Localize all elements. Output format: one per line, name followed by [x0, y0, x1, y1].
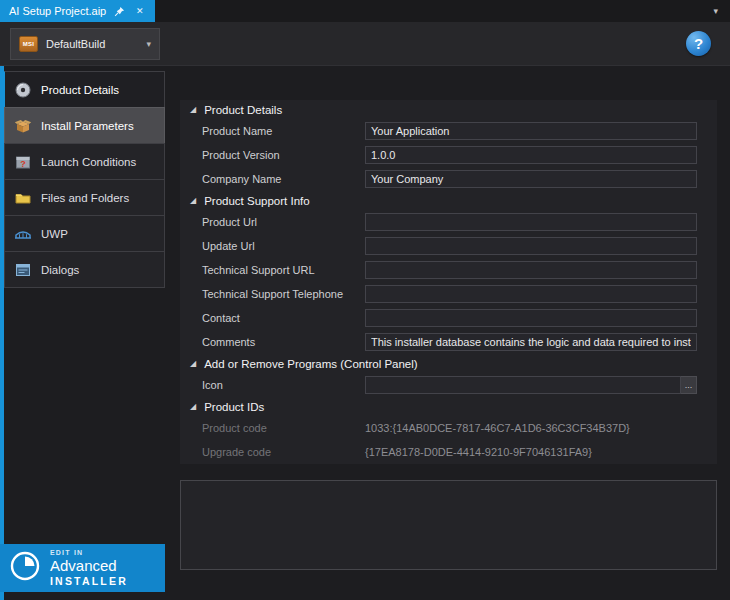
product-details-page: ◢ Product Details Product Name Product V… — [165, 66, 730, 600]
collapse-expander-icon[interactable]: ◢ — [190, 106, 196, 114]
document-tab-title: AI Setup Project.aip — [9, 5, 106, 17]
property-label: Comments — [202, 336, 365, 348]
property-label: Upgrade code — [202, 446, 365, 458]
sidebar-item-label: UWP — [41, 228, 68, 240]
pages-sidebar: Product Details Install Parameters — [0, 66, 165, 600]
sidebar-item-label: Dialogs — [41, 264, 79, 276]
property-row: Company Name — [180, 167, 717, 191]
icon-input[interactable] — [365, 376, 681, 394]
banner-brand-line2: INSTALLER — [50, 575, 128, 587]
property-description-panel — [180, 480, 717, 570]
banner-eyebrow: EDIT IN — [50, 549, 128, 557]
property-row: Icon ... — [180, 373, 717, 397]
upgrade-code-value: {17EA8178-D0DE-4414-9210-9F7046131FA9} — [365, 446, 592, 458]
comments-input[interactable] — [365, 333, 697, 351]
msi-package-icon: MSI — [19, 36, 38, 52]
chevron-down-icon: ▾ — [146, 39, 151, 49]
property-grid: ◢ Product Details Product Name Product V… — [180, 100, 717, 464]
sidebar-item-files-and-folders[interactable]: Files and Folders — [4, 179, 165, 216]
project-toolbar: MSI DefaultBuild ▾ ? — [0, 22, 730, 66]
sidebar-item-launch-conditions[interactable]: ? Launch Conditions — [4, 143, 165, 180]
help-button[interactable]: ? — [686, 31, 711, 56]
package-box-icon — [14, 117, 32, 135]
close-icon[interactable]: ✕ — [133, 5, 146, 18]
sidebar-item-label: Product Details — [41, 84, 119, 96]
company-name-input[interactable] — [365, 170, 697, 188]
property-row: Product Version — [180, 143, 717, 167]
property-label: Product Name — [202, 125, 365, 137]
edit-in-advanced-installer-banner[interactable]: EDIT IN Advanced INSTALLER — [0, 544, 165, 592]
technical-support-url-input[interactable] — [365, 261, 697, 279]
advanced-installer-logo-icon — [9, 550, 41, 586]
build-configuration-label: DefaultBuild — [46, 38, 105, 50]
property-label: Icon — [202, 379, 365, 391]
property-row: Technical Support URL — [180, 258, 717, 282]
section-title: Product IDs — [204, 401, 264, 413]
build-configuration-dropdown[interactable]: MSI DefaultBuild ▾ — [10, 28, 160, 60]
product-url-input[interactable] — [365, 213, 697, 231]
update-url-input[interactable] — [365, 237, 697, 255]
section-header-add-remove-programs: ◢ Add or Remove Programs (Control Panel) — [180, 354, 717, 373]
section-title: Product Details — [204, 104, 282, 116]
property-row: Upgrade code {17EA8178-D0DE-4414-9210-9F… — [180, 440, 717, 464]
property-row: Product Name — [180, 119, 717, 143]
property-row: Contact — [180, 306, 717, 330]
disc-icon — [14, 81, 32, 99]
sidebar-item-label: Launch Conditions — [41, 156, 136, 168]
property-label: Update Url — [202, 240, 365, 252]
tab-bar-spacer — [155, 0, 701, 22]
window-icon — [14, 261, 32, 279]
banner-brand-line1: Advanced — [50, 557, 128, 574]
section-title: Add or Remove Programs (Control Panel) — [204, 358, 417, 370]
property-label: Product Version — [202, 149, 365, 161]
document-tab-bar: AI Setup Project.aip ✕ ▾ — [0, 0, 730, 22]
product-version-input[interactable] — [365, 146, 697, 164]
window-menu-caret-icon[interactable]: ▾ — [701, 0, 730, 22]
product-name-input[interactable] — [365, 122, 697, 140]
pin-icon-svg — [114, 6, 125, 17]
product-code-value: 1033:{14AB0DCE-7817-46C7-A1D6-36C3CF34B3… — [365, 422, 630, 434]
document-tab[interactable]: AI Setup Project.aip ✕ — [0, 0, 155, 22]
sidebar-item-label: Files and Folders — [41, 192, 129, 204]
browse-icon-button[interactable]: ... — [681, 376, 697, 394]
sidebar-item-product-details[interactable]: Product Details — [4, 71, 165, 108]
bridge-icon — [14, 225, 32, 243]
question-box-icon: ? — [14, 153, 32, 171]
property-row: Product code 1033:{14AB0DCE-7817-46C7-A1… — [180, 416, 717, 440]
collapse-expander-icon[interactable]: ◢ — [190, 403, 196, 411]
property-label: Product Url — [202, 216, 365, 228]
pin-icon[interactable] — [113, 5, 126, 18]
sidebar-item-install-parameters[interactable]: Install Parameters — [4, 107, 165, 144]
section-header-product-details: ◢ Product Details — [180, 100, 717, 119]
banner-text: EDIT IN Advanced INSTALLER — [50, 549, 128, 586]
section-title: Product Support Info — [204, 195, 309, 207]
property-label: Contact — [202, 312, 365, 324]
property-row: Comments — [180, 330, 717, 354]
collapse-expander-icon[interactable]: ◢ — [190, 197, 196, 205]
sidebar-item-uwp[interactable]: UWP — [4, 215, 165, 252]
property-label: Product code — [202, 422, 365, 434]
technical-support-telephone-input[interactable] — [365, 285, 697, 303]
folder-icon — [14, 189, 32, 207]
collapse-expander-icon[interactable]: ◢ — [190, 360, 196, 368]
content-area: Product Details Install Parameters — [0, 66, 730, 600]
property-label: Technical Support Telephone — [202, 288, 365, 300]
property-row: Update Url — [180, 234, 717, 258]
property-row: Technical Support Telephone — [180, 282, 717, 306]
sidebar-accent-strip — [0, 66, 4, 600]
sidebar-item-dialogs[interactable]: Dialogs — [4, 251, 165, 288]
section-header-product-support-info: ◢ Product Support Info — [180, 191, 717, 210]
contact-input[interactable] — [365, 309, 697, 327]
advanced-installer-editor-window: AI Setup Project.aip ✕ ▾ MSI DefaultBuil… — [0, 0, 730, 600]
property-label: Technical Support URL — [202, 264, 365, 276]
sidebar-item-label: Install Parameters — [41, 120, 134, 132]
property-row: Product Url — [180, 210, 717, 234]
svg-text:?: ? — [20, 158, 26, 168]
property-label: Company Name — [202, 173, 365, 185]
section-header-product-ids: ◢ Product IDs — [180, 397, 717, 416]
